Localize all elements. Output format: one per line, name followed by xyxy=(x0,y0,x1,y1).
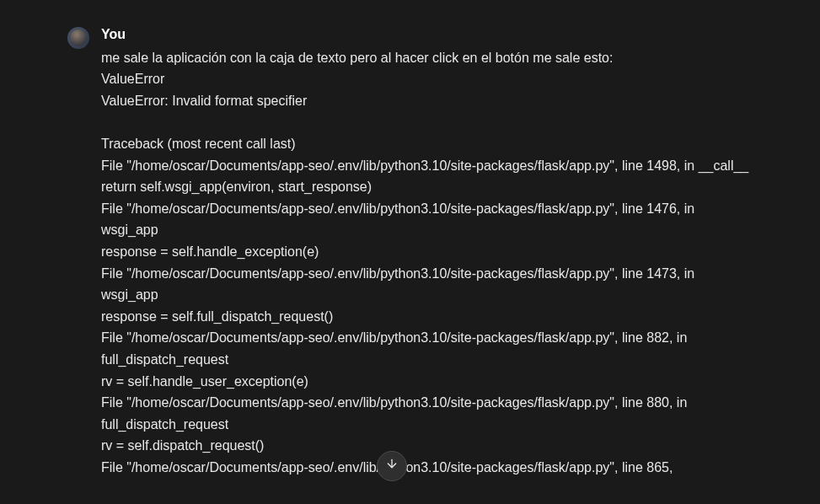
message-body: me sale la aplicación con la caja de tex… xyxy=(101,47,753,479)
user-message: You me sale la aplicación con la caja de… xyxy=(0,0,820,478)
scroll-to-bottom-button[interactable] xyxy=(377,451,407,481)
message-content: You me sale la aplicación con la caja de… xyxy=(101,24,753,478)
author-label: You xyxy=(101,24,753,46)
avatar xyxy=(67,27,89,49)
arrow-down-icon xyxy=(385,455,399,477)
